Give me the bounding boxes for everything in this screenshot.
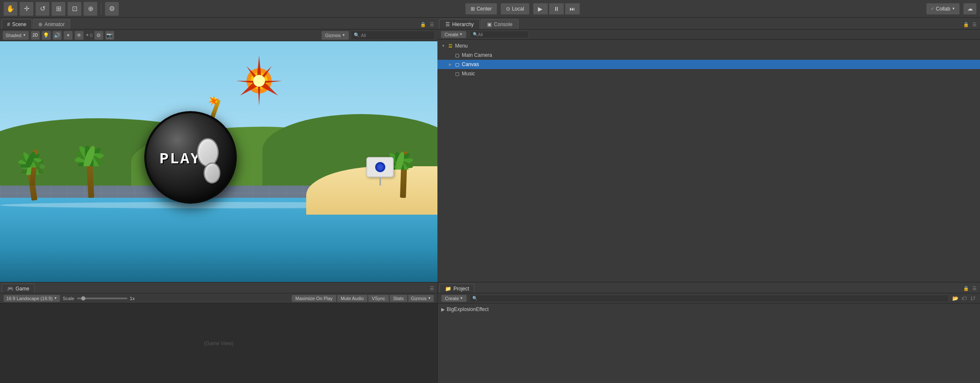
scene-search[interactable]: 🔍 All — [351, 31, 435, 40]
play-button[interactable]: ▶ — [533, 3, 548, 15]
project-file-label: BigExplosionEffect — [447, 306, 489, 312]
hand-tool-button[interactable]: ✋ — [3, 2, 18, 16]
custom-tool-button[interactable]: ⚙ — [105, 2, 119, 16]
scene-search-icon: 🔍 — [354, 32, 360, 38]
light-toggle[interactable]: 💡 — [42, 31, 51, 40]
scene-panel-tabs: # Scene ⊛ Animator 🔒 ☰ — [0, 18, 437, 29]
project-menu-btn[interactable]: ☰ — [971, 285, 978, 292]
scene-toolbar-right: Gizmos ▼ 🔍 All — [321, 31, 435, 40]
scene-panel-menu[interactable]: ☰ — [428, 21, 436, 28]
console-tab[interactable]: ▣ Console — [481, 19, 519, 29]
project-search[interactable]: 🔍 — [469, 295, 949, 302]
scale-slider[interactable] — [77, 298, 127, 299]
pause-button[interactable]: ⏸ — [549, 3, 564, 15]
game-panel-controls: ☰ — [428, 285, 436, 293]
hierarchy-lock-btn[interactable]: 🔒 — [962, 21, 970, 28]
aspect-arrow: ▼ — [54, 296, 57, 300]
palm-tree-3 — [22, 144, 43, 186]
audio-toggle[interactable]: 🔊 — [53, 31, 62, 40]
game-panel: 🎮 Game ☰ 16:9 Landscape (16:9) ▼ Scale 1… — [0, 282, 437, 383]
mute-audio-button[interactable]: Mute Audio — [337, 295, 368, 302]
scale-thumb[interactable] — [81, 296, 85, 301]
right-controls: ✓ Collab ▼ ☁ — [926, 3, 977, 15]
hierarchy-tab[interactable]: ☰ Hierarchy — [439, 19, 480, 29]
left-panel: # Scene ⊛ Animator 🔒 ☰ Shaded ▼ — [0, 18, 437, 282]
collab-checkmark: ✓ — [931, 6, 934, 11]
collab-button[interactable]: ✓ Collab ▼ — [926, 3, 960, 15]
aspect-ratio-dropdown[interactable]: 16:9 Landscape (16:9) ▼ — [3, 295, 60, 302]
project-create-button[interactable]: Create ▼ — [441, 295, 467, 302]
project-tab[interactable]: 📁 Project — [440, 284, 474, 293]
scene-panel-lock[interactable]: 🔒 — [419, 21, 427, 28]
canvas-tree-icon: ▢ — [454, 61, 460, 67]
game-tab-label: Game — [16, 286, 29, 292]
hide-toggle[interactable]: 👁 — [74, 31, 84, 40]
scale-value: 1x — [130, 296, 135, 301]
game-toolbar: 16:9 Landscape (16:9) ▼ Scale 1x Maximiz… — [0, 293, 437, 303]
hierarchy-tab-label: Hierarchy — [452, 21, 474, 27]
palm-tree-2 — [79, 139, 104, 198]
scene-tab-icon: # — [7, 21, 10, 27]
animator-tab-icon: ⊛ — [38, 21, 42, 27]
tree-item-music[interactable]: ▢ Music — [437, 69, 980, 78]
palm-tree-4 — [390, 143, 416, 198]
stats-button[interactable]: Stats — [389, 295, 408, 302]
move-tool-button[interactable]: ✛ — [19, 2, 34, 16]
project-tab-icon: 📁 — [445, 286, 451, 292]
game-viewport[interactable]: (Game View) — [0, 303, 437, 383]
collab-dropdown-arrow: ▼ — [952, 7, 955, 11]
canvas-expand-arrow[interactable]: ▶ — [448, 62, 453, 67]
vsync-button[interactable]: VSync — [368, 295, 389, 302]
scene-settings[interactable]: ⚙ — [94, 31, 103, 40]
scale-tool-button[interactable]: ⊞ — [51, 2, 66, 16]
main-area: # Scene ⊛ Animator 🔒 ☰ Shaded ▼ — [0, 18, 980, 282]
canvas-label: Canvas — [462, 61, 479, 67]
scene-viewport[interactable]: PLAY — [0, 41, 437, 282]
local-icon: ⊙ — [506, 6, 510, 12]
local-button[interactable]: ⊙ Local — [501, 3, 530, 15]
gizmos-button[interactable]: Gizmos ▼ — [321, 31, 349, 40]
project-lock-btn[interactable]: 🔒 — [962, 285, 970, 292]
maximize-on-play-button[interactable]: Maximize On Play — [291, 295, 336, 302]
transform-tool-button[interactable]: ⊕ — [83, 2, 98, 16]
music-expand — [448, 71, 453, 76]
cloud-button[interactable]: ☁ — [963, 3, 977, 15]
project-item-count: 17 — [969, 295, 977, 302]
tree-item-canvas[interactable]: ▶ ▢ Canvas — [437, 60, 980, 69]
hierarchy-search[interactable]: 🔍 All — [470, 31, 529, 38]
shading-dropdown-arrow: ▼ — [23, 33, 26, 37]
project-folder-icon-btn[interactable]: 📂 — [951, 295, 959, 302]
right-panel: ☰ Hierarchy ▣ Console 🔒 ☰ Create ▼ 🔍 All — [437, 18, 980, 282]
animator-tab[interactable]: ⊛ Animator — [33, 19, 70, 29]
rotate-tool-button[interactable]: ↺ — [35, 2, 50, 16]
scale-label: Scale — [63, 296, 74, 301]
gizmos-arrow: ▼ — [342, 33, 345, 37]
rect-tool-button[interactable]: ⊡ — [67, 2, 82, 16]
game-panel-options[interactable]: ☰ — [428, 285, 436, 292]
fx-toggle[interactable]: ✦ — [64, 31, 73, 40]
game-tab[interactable]: 🎮 Game — [2, 284, 35, 293]
main-camera-label: Main Camera — [462, 52, 492, 58]
tree-item-main-camera[interactable]: ▢ Main Camera — [437, 51, 980, 60]
step-button[interactable]: ⏭ — [565, 3, 580, 15]
menu-expand-arrow[interactable]: ▼ — [441, 43, 446, 48]
hierarchy-create-button[interactable]: Create ▼ — [441, 31, 466, 38]
2d-button[interactable]: 2D — [31, 31, 40, 40]
project-labels-icon-btn[interactable]: 🏷 — [960, 295, 968, 302]
bomb-character: PLAY — [140, 94, 241, 204]
music-tree-icon: ▢ — [454, 71, 460, 77]
center-button[interactable]: ⊞ Center — [465, 3, 497, 15]
top-toolbar: ✋ ✛ ↺ ⊞ ⊡ ⊕ ⚙ ⊞ Center ⊙ Local ▶ ⏸ ⏭ ✓ C… — [0, 0, 980, 18]
hierarchy-toolbar: Create ▼ 🔍 All — [437, 29, 980, 40]
shading-dropdown[interactable]: Shaded ▼ — [3, 31, 29, 40]
tree-item-menu[interactable]: ▼ ☰ Menu — [437, 41, 980, 51]
project-file-bigexplosion[interactable]: ▶ BigExplosionEffect — [441, 305, 977, 314]
center-controls: ⊞ Center ⊙ Local ▶ ⏸ ⏭ — [121, 3, 924, 15]
camera-btn[interactable]: 📷 — [105, 31, 114, 40]
game-tabs: 🎮 Game ☰ — [0, 282, 437, 293]
hierarchy-menu-btn[interactable]: ☰ — [971, 21, 978, 28]
game-gizmos-arrow: ▼ — [428, 296, 431, 300]
scene-tab[interactable]: # Scene — [2, 19, 32, 29]
project-tab-label: Project — [453, 286, 469, 292]
game-gizmos-dropdown[interactable]: Gizmos ▼ — [408, 295, 434, 302]
